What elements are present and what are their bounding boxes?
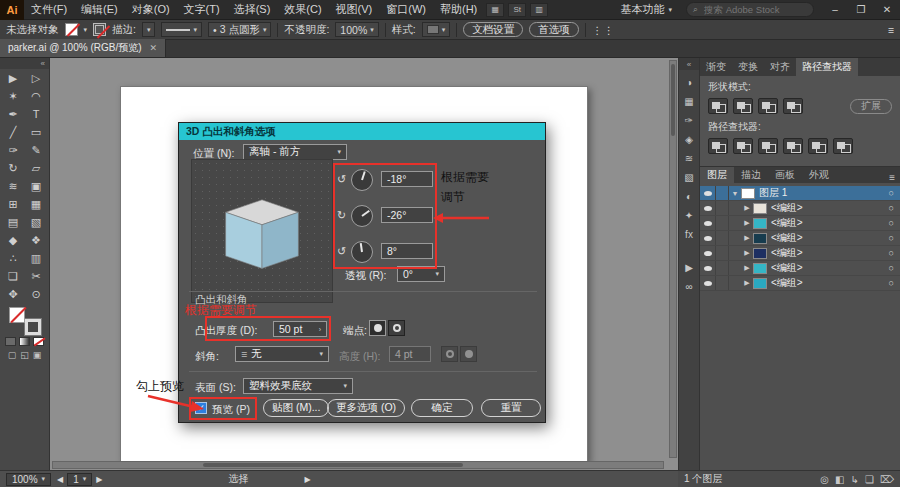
free-transform-tool[interactable]: ▣	[25, 177, 48, 195]
layout-icon[interactable]: ▥	[530, 3, 548, 17]
scale-tool[interactable]: ▱	[25, 159, 48, 177]
target-icon[interactable]: ○	[889, 203, 894, 213]
layer-name[interactable]: <编组>	[771, 201, 803, 215]
layer-row-group[interactable]: ▶ <编组> ○	[700, 216, 900, 231]
layer-thumbnail[interactable]	[753, 218, 767, 229]
x-axis-dial[interactable]	[351, 169, 373, 191]
variable-width-dropdown[interactable]: • 3 点圆形 ▾	[208, 22, 271, 37]
expand-panels-icon[interactable]: «	[679, 58, 699, 70]
status-menu-icon[interactable]: ▶	[304, 475, 310, 484]
screen-mode-icon[interactable]: ▣	[33, 350, 42, 360]
cube-preview[interactable]	[210, 179, 314, 283]
new-sublayer-icon[interactable]: ↳	[851, 474, 859, 485]
divide-button[interactable]	[708, 138, 728, 154]
layer-row-group[interactable]: ▶ <编组> ○	[700, 201, 900, 216]
intersect-button[interactable]	[758, 98, 778, 114]
menu-file[interactable]: 文件(F)	[24, 0, 74, 20]
column-graph-tool[interactable]: ▥	[25, 249, 48, 267]
brush-dropdown[interactable]: ▾	[161, 22, 202, 37]
transparency-panel-icon[interactable]: ◐	[678, 187, 700, 206]
perspective-field[interactable]: 0° ▾	[397, 266, 445, 282]
y-rotation-field[interactable]: -26°	[381, 207, 433, 223]
actions-panel-icon[interactable]: ▶	[678, 258, 700, 277]
tab-artboards[interactable]: 画板	[768, 167, 802, 183]
panel-menu-icon[interactable]: ≡	[884, 172, 900, 183]
hand-tool[interactable]: ✥	[2, 285, 25, 303]
visibility-toggle[interactable]	[700, 186, 716, 200]
search-input[interactable]	[702, 3, 802, 16]
color-panel-icon[interactable]: ◑	[678, 73, 700, 92]
close-button[interactable]: ✕	[874, 0, 900, 20]
target-icon[interactable]: ○	[889, 278, 894, 288]
map-art-button[interactable]: 贴图 (M)...	[263, 399, 329, 417]
z-axis-dial[interactable]	[351, 241, 373, 263]
search-box[interactable]: ⌕	[686, 2, 814, 17]
next-artboard-icon[interactable]: ▶	[96, 475, 102, 484]
tab-gradient[interactable]: 渐变	[700, 58, 732, 76]
menu-edit[interactable]: 编辑(E)	[74, 0, 125, 20]
lock-toggle[interactable]	[716, 186, 729, 200]
layer-name[interactable]: 图层 1	[759, 186, 787, 200]
width-tool[interactable]: ≋	[2, 177, 25, 195]
vertical-scroll-thumb[interactable]	[671, 64, 675, 136]
appearance-panel-icon[interactable]: fx	[678, 225, 700, 244]
tab-stroke[interactable]: 描边	[734, 167, 768, 183]
color-button[interactable]	[5, 337, 16, 346]
none-button[interactable]	[33, 337, 44, 346]
layer-thumbnail[interactable]	[753, 278, 767, 289]
target-icon[interactable]: ○	[889, 263, 894, 273]
layer-thumbnail[interactable]	[753, 203, 767, 214]
layer-row-group[interactable]: ▶ <编组> ○	[700, 231, 900, 246]
dialog-titlebar[interactable]: 3D 凸出和斜角选项	[179, 123, 545, 140]
3d-preview-area[interactable]	[191, 159, 333, 303]
magic-wand-tool[interactable]: ✶	[2, 87, 25, 105]
layer-thumbnail[interactable]	[753, 263, 767, 274]
layer-name[interactable]: <编组>	[771, 216, 803, 230]
tab-close-icon[interactable]: ✕	[150, 43, 158, 53]
gradient-panel-icon[interactable]: ▧	[678, 168, 700, 187]
collapse-tools-icon[interactable]: «	[0, 58, 49, 69]
brushes-panel-icon[interactable]: ✑	[678, 111, 700, 130]
target-icon[interactable]: ○	[889, 233, 894, 243]
pencil-tool[interactable]: ✎	[25, 141, 48, 159]
rotate-y-icon[interactable]: ↻	[337, 209, 346, 222]
x-rotation-field[interactable]: -18°	[381, 171, 433, 187]
selection-tool[interactable]: ▶	[2, 69, 25, 87]
zoom-dropdown[interactable]: 100% ▾	[6, 473, 51, 486]
panel-menu-icon[interactable]: ≡	[888, 24, 894, 36]
align-menu-icon[interactable]: ⋮⋮	[592, 24, 615, 36]
preferences-button[interactable]: 首选项	[529, 22, 579, 37]
tab-layers[interactable]: 图层	[700, 167, 734, 183]
vertical-scrollbar[interactable]	[669, 60, 677, 458]
draw-normal-icon[interactable]: ▢	[8, 350, 17, 360]
layer-row-group[interactable]: ▶ <编组> ○	[700, 246, 900, 261]
target-icon[interactable]: ○	[889, 248, 894, 258]
rectangle-tool[interactable]: ▭	[25, 123, 48, 141]
minus-back-button[interactable]	[833, 138, 853, 154]
mesh-tool[interactable]: ▤	[2, 213, 25, 231]
visibility-toggle[interactable]	[700, 201, 716, 215]
merge-button[interactable]	[758, 138, 778, 154]
fill-proxy[interactable]	[9, 307, 25, 323]
ok-button[interactable]: 确定	[411, 399, 473, 417]
exclude-button[interactable]	[783, 98, 803, 114]
prev-artboard-icon[interactable]: ◀	[57, 475, 63, 484]
gradient-tool[interactable]: ▧	[25, 213, 48, 231]
position-dropdown[interactable]: 离轴 - 前方 ▾	[243, 144, 347, 160]
horizontal-scrollbar[interactable]	[52, 461, 664, 469]
reset-button[interactable]: 重置	[481, 399, 541, 417]
layer-row-root[interactable]: ▼ 图层 1 ○	[700, 186, 900, 201]
artboard-tool[interactable]: ❏	[2, 267, 25, 285]
paintbrush-tool[interactable]: ✑	[2, 141, 25, 159]
expand-icon[interactable]: ▶	[741, 204, 753, 212]
visibility-toggle[interactable]	[700, 216, 716, 230]
bevel-dropdown[interactable]: ≡ 无 ▾	[235, 346, 329, 362]
rotate-x-icon[interactable]: ↺	[337, 173, 346, 186]
visibility-toggle[interactable]	[700, 231, 716, 245]
layer-name[interactable]: <编组>	[771, 231, 803, 245]
locate-object-icon[interactable]: ◎	[820, 474, 829, 485]
expand-icon[interactable]: ▶	[741, 264, 753, 272]
tab-appearance[interactable]: 外观	[802, 167, 836, 183]
layer-row-group[interactable]: ▶ <编组> ○	[700, 261, 900, 276]
lock-toggle[interactable]	[716, 246, 729, 260]
